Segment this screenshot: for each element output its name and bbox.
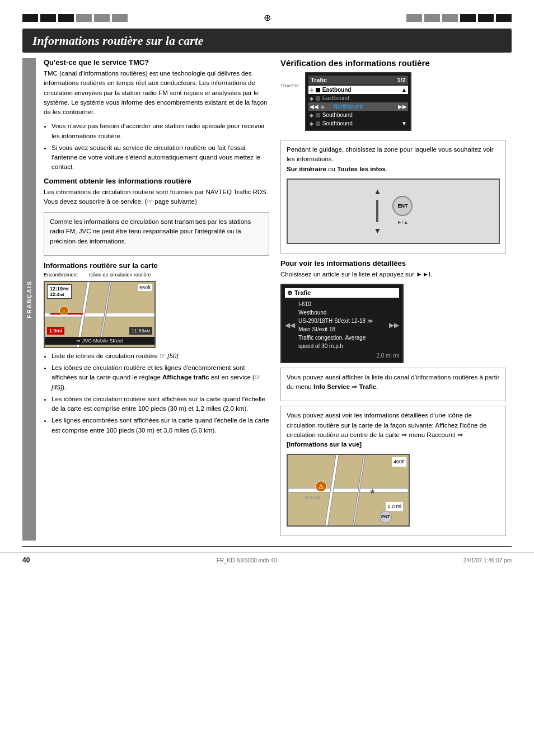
scroll-down: ▼	[401, 120, 407, 126]
down-arrow: ▼	[374, 224, 382, 237]
traffic-row-2: ◆ Eastbound	[308, 94, 408, 102]
bar-segment	[460, 14, 476, 22]
section1-title: Qu'est-ce que le service TMC?	[44, 58, 269, 67]
bullet2-item4: Les lignes encombrées sont affichées sur…	[51, 416, 269, 435]
detail-footer: 2.0 mi mi	[285, 353, 399, 359]
language-sidebar: FRANÇAIS	[22, 58, 36, 541]
bar-segment	[478, 14, 494, 22]
bottom-bar: 40 FR_KD-NX5000.indb 40 24/1/07 1:46:07 …	[0, 552, 534, 567]
ent-sublabel: ►/▲	[397, 218, 408, 226]
info-service-label: Info Service	[313, 383, 350, 390]
detail-line4: Main St/exit 18	[298, 325, 386, 334]
bm-ent-label: ENT	[381, 514, 390, 521]
detail-section-body: Choisissez un article sur la liste et ap…	[280, 270, 506, 279]
bullet2-item1: Liste de icônes de circulation routière …	[51, 351, 269, 361]
top-bar-right	[406, 14, 512, 22]
info-box3-text: Vous pouvez aussi voir les informations …	[287, 411, 500, 449]
detail-line5: Traffic congestion. Average	[298, 334, 386, 342]
detail-dist: 2.0 mi	[376, 353, 391, 359]
icone-label: Icône de circulation routière	[89, 272, 151, 278]
bar-segment	[22, 14, 38, 22]
main-layout: FRANÇAIS Qu'est-ce que le service TMC? T…	[22, 53, 512, 546]
dot-3	[327, 105, 331, 109]
top-bar-left	[22, 14, 128, 22]
page-title-section: Informations routière sur la carte	[22, 29, 512, 53]
bar-segment	[424, 14, 440, 22]
bm-dist-top: 400ft	[392, 457, 406, 466]
traffic-screen: Trafic 1/2 ◆ Eastbound ▲ ◆	[305, 72, 411, 131]
map-time: 12:19PM12.4mi	[47, 284, 72, 299]
nav-prev-btn[interactable]: ◀◀	[285, 321, 295, 329]
nav-next: ▶▶	[398, 104, 407, 110]
info-box-2: Vous pouvez aussi afficher la liste du c…	[280, 368, 506, 402]
arrow-icon-3: ◆	[321, 104, 325, 110]
bottom-map-screen: BUS LN ⚠ ★ 400ft 2.0 mi ENT	[287, 454, 410, 527]
detail-header-icon: ⊕	[287, 289, 292, 297]
ent-slider: ▲ ▼	[374, 185, 382, 237]
arrow-icon-1: ◆	[310, 87, 313, 93]
sur-itineraire: Sur itinéraire	[287, 166, 326, 172]
left-column: Qu'est-ce que le service TMC? TMC (canal…	[44, 58, 269, 541]
bar-segment	[496, 14, 512, 22]
svg-text:!: !	[63, 309, 65, 314]
info-box-3: Vous pouvez aussi voir les informations …	[280, 406, 506, 536]
language-label: FRANÇAIS	[26, 280, 32, 318]
ent-label: ENT	[397, 202, 407, 210]
detail-nav: ◀◀ I-610 Westbound US-290/18TH St/exit 1…	[285, 300, 399, 350]
nav-next-btn[interactable]: ▶▶	[389, 321, 399, 329]
svg-text:★: ★	[369, 487, 376, 496]
up-arrow: ▲	[374, 185, 382, 198]
dot-2	[316, 96, 320, 101]
section1-body: TMC (canal d'informations routières) est…	[44, 69, 269, 117]
svg-text:⚠: ⚠	[318, 483, 324, 490]
map-time2: 11:53AM	[129, 327, 152, 335]
registration-mark: ⊕	[264, 12, 271, 23]
ent-button-group: ENT ►/▲	[392, 196, 413, 226]
detail-traffic-screen: ⊕ Trafic ◀◀ I-610 Westbound US-290/18TH …	[280, 284, 404, 363]
info-box2-text: Vous pouvez aussi afficher la liste du c…	[287, 373, 500, 392]
detail-header-label: Trafic	[294, 289, 311, 296]
main-content: Qu'est-ce que le service TMC? TMC (canal…	[36, 53, 512, 546]
bullet2-item2: Les icônes de circulation routière et le…	[51, 363, 269, 392]
row5-text: Southbound	[322, 120, 353, 126]
bar-segment	[40, 14, 56, 22]
info-box-1: Pendant le guidage, choisissez la zone p…	[280, 140, 506, 253]
bar-segment	[442, 14, 458, 22]
ent-button[interactable]: ENT	[392, 196, 413, 216]
row4-text: Southbound	[322, 112, 353, 118]
slider-track	[376, 200, 378, 222]
informations-sur-la-vue: [Informations sur la vue]	[287, 441, 362, 448]
section2-title: Comment obtenir les informations routièr…	[44, 177, 269, 185]
bullets2-list: Liste de icônes de circulation routière …	[51, 351, 269, 435]
map-caption: Encombrement Icône de circulation routiè…	[44, 272, 269, 278]
footer-date: 24/1/07 1:46:07 pm	[463, 557, 512, 564]
section3-title: Informations routière sur la carte	[44, 261, 269, 270]
row1-text: Eastbound	[322, 87, 352, 93]
dot-4	[316, 113, 320, 118]
map-dist: 1.9mi	[47, 327, 64, 335]
arrow-icon-4: ◆	[310, 112, 313, 118]
toutes-les-infos: Toutes les infos	[337, 166, 386, 172]
bar-segment	[76, 14, 92, 22]
arrow-icon-2: ◆	[310, 96, 313, 101]
detail-section-title: Pour voir les informations détaillées	[280, 259, 506, 267]
bullet2-item3: Les icônes de circulation routière sont …	[51, 395, 269, 414]
traffic-row-5: ◆ Southbound ▼	[308, 119, 408, 128]
traffic-row-4: ◆ Southbound	[308, 111, 408, 119]
ent-screen: ▲ ▼ ENT ►/▲	[287, 179, 500, 244]
right-column: Vérification des informations routière T…	[280, 58, 506, 541]
bm-dist-bottom: 2.0 mi	[386, 502, 403, 511]
arrow-icon-5: ◆	[310, 121, 313, 126]
detail-line2: Westbound	[298, 308, 386, 317]
bar-segment	[94, 14, 110, 22]
map-screen: ! 12:19PM12.4mi 550ft 11:53AM 1.9mi ⇒ JV…	[44, 281, 156, 348]
map-dist-label: 550ft	[138, 284, 152, 291]
svg-text:BUS LN: BUS LN	[305, 495, 320, 500]
bar-segment	[58, 14, 74, 22]
info-box1-text: Pendant le guidage, choisissez la zone p…	[287, 145, 500, 174]
section2-body: Les informations de circulation routière…	[44, 187, 269, 207]
map-street: ⇒ JVC Mobile Street	[45, 337, 154, 345]
note-text: Comme les informations de circulation so…	[50, 217, 263, 246]
top-registration-bar: ⊕	[128, 12, 406, 23]
two-column-layout: Qu'est-ce que le service TMC? TMC (canal…	[44, 58, 506, 541]
